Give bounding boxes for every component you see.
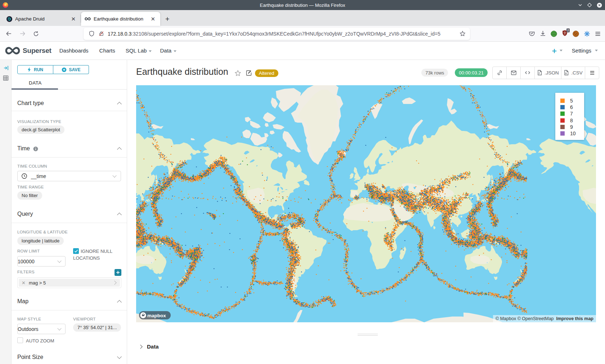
svg-text:mapbox: mapbox: [147, 313, 166, 318]
